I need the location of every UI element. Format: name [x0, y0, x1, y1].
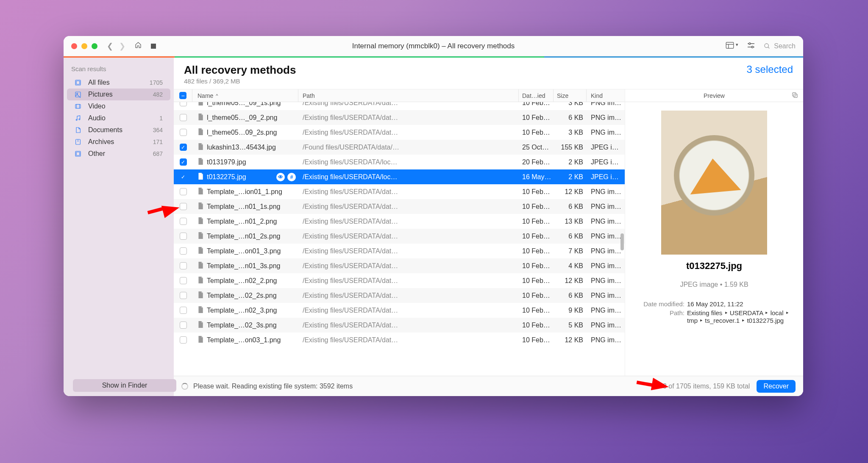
sidebar-item-count: 1705: [150, 79, 163, 86]
row-date: 10 Feb…: [519, 322, 554, 329]
column-path[interactable]: Path: [298, 89, 519, 102]
table-row[interactable]: l_theme05…_09_2.png /Existing files/USER…: [174, 110, 625, 125]
row-checkbox[interactable]: [174, 322, 192, 329]
row-name: Template_…02_2s.png: [192, 291, 298, 299]
table-row[interactable]: Template_…02_3s.png /Existing files/USER…: [174, 318, 625, 333]
sort-icon: ^: [216, 93, 218, 98]
row-checkbox[interactable]: [174, 336, 192, 344]
column-date[interactable]: Dat…ied: [519, 89, 554, 102]
path-label: Path:: [634, 309, 684, 324]
table-row[interactable]: ✓ lukashin13…45434.jpg /Found files/USER…: [174, 140, 625, 155]
sidebar-item-audio[interactable]: Audio 1: [67, 112, 170, 124]
row-path: /Existing files/USERDATA/dat…: [298, 218, 519, 225]
row-path: /Existing files/USERDATA/dat…: [298, 233, 519, 240]
table-row[interactable]: Template_…ion01_1.png /Existing files/US…: [174, 184, 625, 199]
table-row[interactable]: Template_…n01_1s.png /Existing files/USE…: [174, 199, 625, 214]
row-size: 3 KB: [554, 102, 587, 107]
preview-info: Date modified: 16 May 2012, 11:22 Path: …: [625, 297, 803, 326]
row-name: Template_…ion01_1.png: [192, 188, 298, 196]
table-row[interactable]: Template_…n01_3s.png /Existing files/USE…: [174, 258, 625, 273]
table-row[interactable]: Template_…on03_1.png /Existing files/USE…: [174, 333, 625, 347]
stop-icon[interactable]: [151, 44, 156, 49]
copy-icon[interactable]: [792, 92, 798, 100]
hash-icon[interactable]: #: [287, 173, 296, 181]
row-size: 6 KB: [554, 203, 587, 211]
row-checkbox[interactable]: [174, 129, 192, 136]
row-checkbox[interactable]: [174, 218, 192, 225]
row-size: 12 KB: [554, 336, 587, 344]
row-checkbox[interactable]: [174, 247, 192, 255]
square-icon: [75, 79, 84, 86]
row-checkbox[interactable]: [174, 262, 192, 269]
sidebar-item-documents[interactable]: Documents 364: [67, 124, 170, 136]
table-row[interactable]: Template_…n02_2.png /Existing files/USER…: [174, 273, 625, 288]
recover-button[interactable]: Recover: [757, 380, 796, 393]
row-kind: PNG im…: [587, 322, 625, 329]
row-checkbox[interactable]: [174, 292, 192, 299]
sidebar-item-archives[interactable]: Archives 171: [67, 136, 170, 148]
row-checkbox[interactable]: ✓: [174, 144, 192, 151]
row-kind: PNG im…: [587, 277, 625, 285]
layout-icon[interactable]: ▾: [726, 42, 738, 50]
svg-point-12: [77, 93, 78, 94]
row-date: 16 May…: [519, 173, 554, 181]
row-checkbox[interactable]: [174, 102, 192, 106]
minimize-button[interactable]: [81, 43, 87, 49]
row-name: Template_…n02_2.png: [192, 277, 298, 285]
table-row[interactable]: Template_…on01_3.png /Existing files/USE…: [174, 244, 625, 258]
search-box[interactable]: Search: [764, 42, 796, 50]
row-checkbox[interactable]: ✓: [174, 173, 192, 180]
table-body[interactable]: l_theme05…_09_1s.png /Existing files/USE…: [174, 102, 625, 376]
close-button[interactable]: [71, 43, 77, 49]
table-row[interactable]: ✓ t0131979.jpg /Existing files/USERDATA/…: [174, 155, 625, 169]
sidebar-item-label: Pictures: [88, 91, 113, 98]
table-row[interactable]: ✓ t0132275.jpg 👁 # /Existing files/USERD…: [174, 169, 625, 184]
file-icon: [198, 143, 203, 151]
row-size: 7 KB: [554, 247, 587, 255]
scrollbar-thumb[interactable]: [620, 233, 624, 250]
row-checkbox[interactable]: [174, 114, 192, 121]
row-checkbox[interactable]: [174, 233, 192, 240]
row-kind: JPEG i…: [587, 144, 625, 151]
row-kind: PNG im…: [587, 233, 625, 240]
row-date: 10 Feb…: [519, 262, 554, 270]
forward-button[interactable]: ❯: [119, 42, 125, 51]
row-checkbox[interactable]: [174, 277, 192, 284]
file-icon: [198, 277, 203, 285]
row-name: lukashin13…45434.jpg: [192, 143, 298, 151]
table-row[interactable]: Template_…n01_2.png /Existing files/USER…: [174, 214, 625, 229]
settings-icon[interactable]: [747, 42, 755, 50]
sidebar-item-other[interactable]: Other 687: [67, 148, 170, 160]
row-checkbox[interactable]: ✓: [174, 158, 192, 166]
sidebar-item-video[interactable]: Video: [67, 100, 170, 112]
table-row[interactable]: l_theme05…09_2s.png /Existing files/USER…: [174, 125, 625, 140]
sidebar-item-label: Documents: [88, 126, 122, 134]
eye-icon[interactable]: 👁: [276, 173, 285, 181]
row-checkbox[interactable]: [174, 188, 192, 195]
svg-rect-0: [726, 42, 734, 48]
show-in-finder-button[interactable]: Show in Finder: [73, 379, 176, 392]
maximize-button[interactable]: [92, 43, 97, 49]
svg-rect-23: [793, 92, 796, 96]
file-icon: [198, 262, 203, 270]
table-row[interactable]: l_theme05…_09_1s.png /Existing files/USE…: [174, 102, 625, 110]
home-icon[interactable]: [135, 42, 142, 50]
row-size: 12 KB: [554, 277, 587, 285]
row-name: Template_…n01_2.png: [192, 217, 298, 225]
column-size[interactable]: Size: [554, 89, 587, 102]
column-kind[interactable]: Kind: [587, 89, 625, 102]
svg-point-6: [751, 46, 753, 48]
column-name[interactable]: Name ^: [192, 89, 298, 102]
file-icon: [198, 202, 203, 211]
table-row[interactable]: Template_…n02_3.png /Existing files/USER…: [174, 303, 625, 318]
header-checkbox[interactable]: −: [174, 89, 192, 102]
back-button[interactable]: ❮: [107, 42, 113, 51]
row-checkbox[interactable]: [174, 307, 192, 314]
row-path: /Existing files/USERDATA/dat…: [298, 307, 519, 314]
sidebar-item-pictures[interactable]: Pictures 482: [67, 89, 170, 100]
sidebar-item-all-files[interactable]: All files 1705: [67, 77, 170, 89]
table-row[interactable]: Template_…n01_2s.png /Existing files/USE…: [174, 229, 625, 244]
file-icon: [198, 306, 203, 314]
file-icon: [198, 336, 203, 344]
table-row[interactable]: Template_…02_2s.png /Existing files/USER…: [174, 288, 625, 303]
